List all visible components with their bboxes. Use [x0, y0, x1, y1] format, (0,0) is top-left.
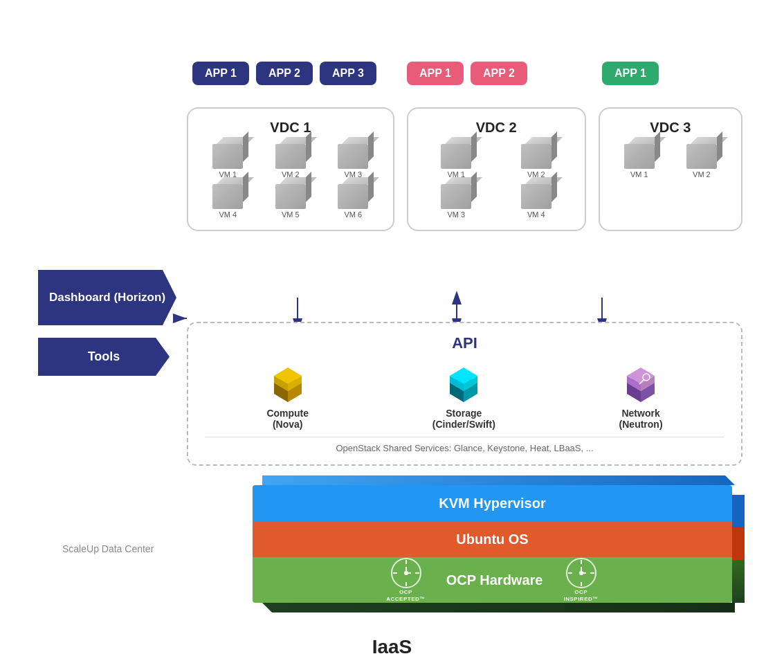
app-badge-3-1: APP 1 [602, 62, 659, 85]
app-badge-1-2: APP 2 [256, 62, 313, 85]
vm-cube [338, 184, 368, 209]
ocp-inspired-badge: OCPINSPIRED™ [563, 557, 598, 602]
ocp-layer: OCPACCEPTED™ OCP Hardware [253, 557, 732, 603]
vm-cube [275, 184, 306, 209]
vdc-1-vm-grid: VM 1 VM 2 VM 3 VM 4 VM 5 [199, 144, 382, 219]
vdc-3-box: VDC 3 VM 1 VM 2 [599, 107, 742, 231]
compute-service: Compute(Nova) [266, 362, 309, 430]
vm-cube [212, 144, 243, 169]
vm-box: VM 1 [419, 144, 494, 179]
layers-top-face [262, 475, 735, 485]
ocp-accepted-icon [390, 557, 422, 589]
storage-service: Storage(Cinder/Swift) [432, 362, 495, 430]
layers-right-face [732, 495, 745, 603]
vm-box: VM 6 [325, 184, 382, 219]
layers-wrapper: KVM Hypervisor Ubuntu OS [253, 485, 732, 603]
vm-cube [521, 144, 551, 169]
vdc-row: VDC 1 VM 1 VM 2 VM 3 VM 4 [187, 107, 742, 231]
scaleup-label: ScaleUp Data Center [62, 543, 154, 554]
vm-cube [521, 184, 551, 209]
vdc-1-box: VDC 1 VM 1 VM 2 VM 3 VM 4 [187, 107, 394, 231]
infra-layers: KVM Hypervisor Ubuntu OS [253, 485, 732, 603]
compute-icon [267, 362, 309, 403]
vm-box: VM 3 [419, 184, 494, 219]
vdc-1-title: VDC 1 [199, 120, 382, 136]
ocp-accepted-badge: OCPACCEPTED™ [386, 557, 426, 602]
app-badge-2-2: APP 2 [471, 62, 527, 85]
network-label: Network(Neutron) [619, 408, 663, 430]
ubuntu-layer: Ubuntu OS [253, 521, 732, 557]
app-badge-2-1: APP 1 [407, 62, 464, 85]
tools-block[interactable]: Tools [38, 338, 170, 376]
kvm-layer: KVM Hypervisor [253, 485, 732, 521]
services-row: Compute(Nova) Storage(Cinder/Swift) [205, 362, 724, 430]
ocp-inspired-icon [565, 557, 597, 589]
vdc-2-box: VDC 2 VM 1 VM 2 VM 3 VM 4 [407, 107, 586, 231]
vm-box: VM 4 [499, 184, 574, 219]
vm-cube [441, 144, 471, 169]
vm-cube [686, 144, 717, 169]
network-icon [620, 362, 662, 403]
iaas-label: IaaS [372, 636, 412, 658]
api-label: API [205, 334, 724, 352]
vdc-2-vm-grid: VM 1 VM 2 VM 3 VM 4 [419, 144, 574, 219]
vm-cube [624, 144, 655, 169]
vdc-2-title: VDC 2 [419, 120, 574, 136]
app-group-2: APP 1 APP 2 [407, 62, 527, 85]
vm-box: VM 4 [199, 184, 257, 219]
dashboard-label: Dashboard (Horizon) [49, 290, 165, 305]
shared-services-text: OpenStack Shared Services: Glance, Keyst… [205, 437, 724, 453]
vm-cube [441, 184, 471, 209]
app-badge-1-1: APP 1 [192, 62, 249, 85]
vm-box: VM 2 [673, 144, 730, 179]
diagram-container: APP 1 APP 2 APP 3 APP 1 APP 2 APP 1 VDC … [0, 0, 784, 672]
ubuntu-label: Ubuntu OS [456, 532, 528, 547]
vdc-3-title: VDC 3 [611, 120, 730, 136]
vdc-3-vm-grid: VM 1 VM 2 [611, 144, 730, 179]
tools-label: Tools [88, 349, 120, 364]
vm-box: VM 2 [499, 144, 574, 179]
ocp-hardware-label: OCP Hardware [446, 572, 543, 588]
ocp-accepted-text: OCPACCEPTED™ [386, 589, 426, 602]
vm-cube [338, 144, 368, 169]
layers-bottom-face [262, 603, 735, 612]
storage-icon [443, 362, 484, 403]
vm-cube [275, 144, 306, 169]
app-group-1: APP 1 APP 2 APP 3 [192, 62, 376, 85]
vm-cube [212, 184, 243, 209]
compute-label: Compute(Nova) [266, 408, 309, 430]
api-section: API Compute(Nova) [187, 322, 742, 466]
vm-box: VM 5 [262, 184, 320, 219]
storage-label: Storage(Cinder/Swift) [432, 408, 495, 430]
vm-box: VM 1 [611, 144, 668, 179]
app-badge-1-3: APP 3 [320, 62, 376, 85]
network-service: Network(Neutron) [619, 362, 663, 430]
kvm-label: KVM Hypervisor [439, 496, 546, 511]
app-group-3: APP 1 [602, 62, 659, 85]
ocp-inspired-text: OCPINSPIRED™ [563, 589, 598, 602]
dashboard-block[interactable]: Dashboard (Horizon) [38, 270, 176, 325]
